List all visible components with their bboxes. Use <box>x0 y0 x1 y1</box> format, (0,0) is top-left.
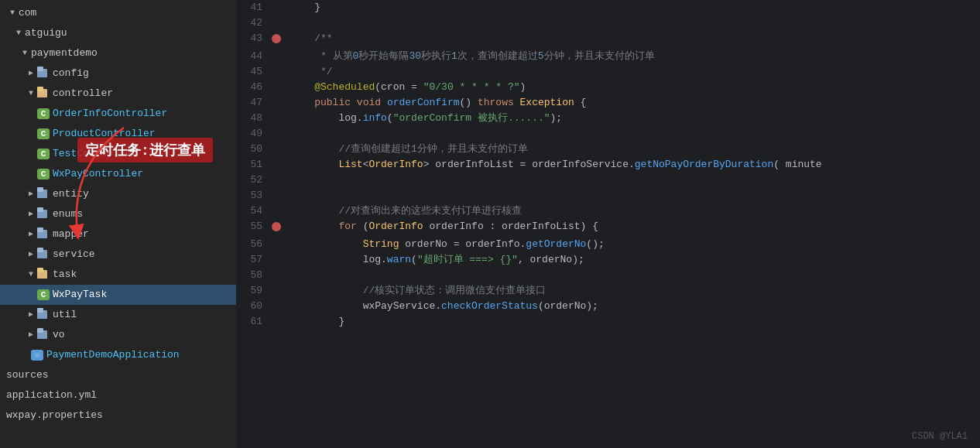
sidebar-item-sources[interactable]: sources <box>0 365 236 385</box>
line-gutter <box>272 80 287 95</box>
sidebar-item-service[interactable]: ▶ service <box>0 245 236 265</box>
sidebar-item-enums[interactable]: ▶ enums <box>0 204 236 224</box>
sidebar-item-vo[interactable]: ▶ vo <box>0 325 236 345</box>
line-gutter <box>272 219 287 237</box>
line-gutter <box>272 314 287 330</box>
line-number: 51 <box>236 157 272 173</box>
line-gutter <box>272 268 287 283</box>
expand-arrow-atguigu: ▼ <box>12 25 25 42</box>
expand-arrow-config: ▶ <box>25 65 37 82</box>
sidebar-item-wxpay-properties[interactable]: wxpay.properties <box>0 405 236 426</box>
sidebar-item-WxPayController[interactable]: C WxPayController <box>0 164 236 184</box>
line-number: 43 <box>236 31 272 49</box>
class-icon-TestController: C <box>37 149 50 159</box>
sidebar-item-application-yml[interactable]: application.yml <box>0 385 236 405</box>
line-number: 49 <box>236 126 272 142</box>
line-gutter <box>272 299 287 314</box>
sidebar-item-atguigu[interactable]: ▼ atguigu <box>0 23 236 43</box>
line-number: 45 <box>236 64 272 80</box>
folder-icon-task <box>37 269 50 280</box>
line-gutter <box>272 64 287 80</box>
sidebar-item-config[interactable]: ▶ config <box>0 63 236 84</box>
breakpoint-indicator <box>272 34 281 43</box>
expand-arrow-task: ▼ <box>25 266 37 283</box>
line-gutter <box>272 15 287 31</box>
line-number: 52 <box>236 173 272 188</box>
line-gutter <box>272 252 287 268</box>
line-number: 56 <box>236 237 272 252</box>
table-row: 46 @Scheduled(cron = "0/30 * * * * ?") <box>236 80 980 95</box>
class-icon-ProductController: C <box>37 128 50 139</box>
sidebar-item-task[interactable]: ▼ task <box>0 265 236 285</box>
line-gutter <box>272 126 287 142</box>
code-editor[interactable]: 41 } 42 43 /** 44 * 从第0秒开始每隔30 <box>236 0 980 448</box>
line-content: //对查询出来的这些未支付订单进行核查 <box>287 203 980 219</box>
class-icon-OrderInfoController: C <box>37 108 50 119</box>
sidebar-item-entity[interactable]: ▶ entity <box>0 184 236 204</box>
line-content <box>287 188 980 203</box>
line-content: public void orderConfirm() throws Except… <box>287 95 980 111</box>
expand-arrow-enums: ▶ <box>25 206 37 223</box>
table-row: 43 /** <box>236 31 980 49</box>
line-number: 53 <box>236 188 272 203</box>
table-row: 60 wxPayService.checkOrderStatus(orderNo… <box>236 299 980 314</box>
sidebar-item-com[interactable]: ▼ com <box>0 3 236 23</box>
watermark: CSDN @YLA1 <box>912 431 968 442</box>
line-gutter <box>272 0 287 15</box>
sidebar-item-paymentdemo[interactable]: ▼ paymentdemo <box>0 43 236 63</box>
sidebar-item-WxPayTask[interactable]: C WxPayTask <box>0 285 236 305</box>
expand-arrow-controller: ▼ <box>25 85 37 102</box>
line-content: } <box>287 314 980 330</box>
folder-icon-service <box>37 249 50 260</box>
expand-arrow-paymentdemo: ▼ <box>19 45 31 62</box>
table-row: 53 <box>236 188 980 203</box>
line-number: 48 <box>236 111 272 126</box>
line-gutter <box>272 203 287 219</box>
line-content: } <box>287 0 980 15</box>
table-row: 56 String orderNo = orderInfo.getOrderNo… <box>236 237 980 252</box>
line-number: 47 <box>236 95 272 111</box>
line-content <box>287 268 980 283</box>
line-content <box>287 173 980 188</box>
line-content <box>287 15 980 31</box>
sidebar-item-OrderInfoController[interactable]: C OrderInfoController <box>0 104 236 124</box>
line-gutter <box>272 95 287 111</box>
line-content: @Scheduled(cron = "0/30 * * * * ?") <box>287 80 980 95</box>
line-number: 61 <box>236 314 272 330</box>
line-gutter <box>272 142 287 157</box>
sidebar-item-mapper[interactable]: ▶ mapper <box>0 224 236 245</box>
table-row: 55 for (OrderInfo orderInfo : orderInfoL… <box>236 219 980 237</box>
line-number: 44 <box>236 49 272 64</box>
line-content: //查询创建超过1分钟，并且未支付的订单 <box>287 142 980 157</box>
table-row: 41 } <box>236 0 980 15</box>
table-row: 50 //查询创建超过1分钟，并且未支付的订单 <box>236 142 980 157</box>
table-row: 58 <box>236 268 980 283</box>
table-row: 42 <box>236 15 980 31</box>
line-number: 42 <box>236 15 272 31</box>
line-number: 50 <box>236 142 272 157</box>
table-row: 44 * 从第0秒开始每隔30秒执行1次，查询创建超过5分钟，并且未支付的订单 <box>236 49 980 64</box>
line-content: */ <box>287 64 980 80</box>
table-row: 51 List<OrderInfo> orderInfoList = order… <box>236 157 980 173</box>
sidebar-item-controller[interactable]: ▼ controller <box>0 84 236 104</box>
class-icon-WxPayTask: C <box>37 289 50 300</box>
line-content: /** <box>287 31 980 49</box>
code-lines: 41 } 42 43 /** 44 * 从第0秒开始每隔30 <box>236 0 980 330</box>
sidebar-item-util[interactable]: ▶ util <box>0 305 236 325</box>
line-content: wxPayService.checkOrderStatus(orderNo); <box>287 299 980 314</box>
line-number: 60 <box>236 299 272 314</box>
line-number: 59 <box>236 283 272 299</box>
line-number: 58 <box>236 268 272 283</box>
class-icon-PaymentDemoApplication: ☆ <box>31 350 43 361</box>
line-number: 41 <box>236 0 272 15</box>
line-gutter <box>272 237 287 252</box>
expand-arrow-mapper: ▶ <box>25 226 37 243</box>
table-row: 48 log.info("orderConfirm 被执行......"); <box>236 111 980 126</box>
table-row: 45 */ <box>236 64 980 80</box>
line-gutter <box>272 173 287 188</box>
folder-icon-vo <box>37 330 50 340</box>
sidebar-item-PaymentDemoApplication[interactable]: ☆ PaymentDemoApplication <box>0 345 236 365</box>
line-gutter <box>272 283 287 299</box>
line-gutter <box>272 157 287 173</box>
breakpoint-indicator <box>272 222 281 231</box>
